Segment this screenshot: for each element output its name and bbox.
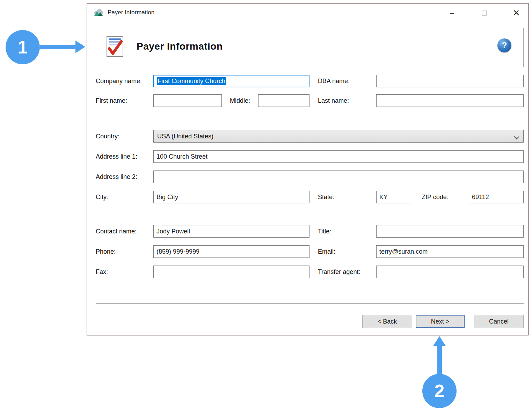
city-label: City:: [96, 194, 108, 201]
separator: [96, 303, 524, 304]
back-button[interactable]: < Back: [362, 315, 412, 328]
fax-input[interactable]: [153, 266, 309, 278]
document-check-icon: [105, 35, 125, 58]
annotation-arrow-1-shaft: [40, 45, 75, 49]
annotation-arrow-1-head: [75, 41, 85, 53]
first-name-label: First name:: [96, 97, 127, 104]
first-name-input[interactable]: [153, 94, 222, 107]
dba-name-input[interactable]: [376, 75, 524, 87]
payer-information-dialog: Payer Information – ✕ Payer Information …: [87, 3, 529, 335]
middle-input[interactable]: [258, 94, 309, 107]
state-input[interactable]: [376, 191, 411, 203]
zip-code-input[interactable]: [469, 191, 524, 203]
annotation-step-1: 1: [6, 30, 40, 64]
annotation-arrow-2-shaft: [437, 345, 442, 375]
screenshot-stage: Payer Information – ✕ Payer Information …: [0, 0, 532, 413]
maximize-button: [475, 6, 493, 20]
chevron-down-icon: [514, 134, 519, 139]
header-group: Payer Information ?: [96, 28, 524, 67]
company-name-input[interactable]: First Community Church: [153, 75, 309, 87]
contact-name-input[interactable]: [153, 225, 309, 238]
question-icon: ?: [502, 41, 507, 50]
company-name-label: Company name:: [96, 78, 142, 85]
minimize-icon: –: [450, 8, 454, 17]
cancel-button[interactable]: Cancel: [474, 315, 524, 328]
address1-label: Address line 1:: [96, 153, 137, 160]
country-label: Country:: [96, 133, 119, 140]
dba-name-label: DBA name:: [318, 78, 350, 85]
country-value: USA (United States): [157, 133, 213, 140]
address1-input[interactable]: [153, 150, 524, 163]
middle-label: Middle:: [230, 97, 250, 104]
app-icon: [93, 8, 103, 17]
country-dropdown[interactable]: USA (United States): [153, 130, 524, 143]
last-name-label: Last name:: [318, 97, 349, 104]
fax-label: Fax:: [96, 268, 108, 276]
title-bar: Payer Information – ✕: [87, 3, 528, 22]
state-label: State:: [318, 194, 334, 201]
phone-input[interactable]: [153, 245, 309, 258]
page-title: Payer Information: [137, 41, 223, 52]
address2-label: Address line 2:: [96, 173, 137, 181]
next-button[interactable]: Next >: [416, 315, 465, 328]
close-button[interactable]: ✕: [507, 6, 525, 20]
email-label: Email:: [318, 248, 335, 255]
maximize-icon: [482, 10, 487, 16]
separator: [96, 214, 524, 214]
annotation-step-2: 2: [422, 374, 457, 408]
transfer-agent-input[interactable]: [376, 266, 524, 278]
title-label: Title:: [318, 228, 331, 235]
help-button[interactable]: ?: [497, 38, 511, 52]
zip-code-label: ZIP code:: [422, 194, 449, 201]
address2-input[interactable]: [153, 171, 524, 183]
transfer-agent-label: Transfer agent:: [318, 268, 360, 276]
title-input[interactable]: [376, 225, 524, 238]
email-input[interactable]: [376, 245, 524, 258]
separator: [96, 119, 524, 119]
annotation-arrow-2-head: [433, 336, 446, 346]
phone-label: Phone:: [96, 248, 116, 255]
last-name-input[interactable]: [376, 94, 524, 107]
close-icon: ✕: [513, 8, 520, 18]
window-title: Payer Information: [108, 9, 154, 16]
contact-name-label: Contact name:: [96, 228, 137, 235]
selected-text: First Community Church: [157, 77, 226, 85]
city-input[interactable]: [153, 191, 309, 203]
minimize-button[interactable]: –: [443, 6, 461, 20]
